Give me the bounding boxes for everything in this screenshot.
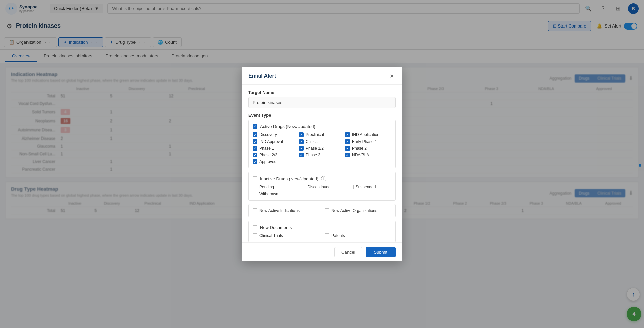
modal-body: Target Name Event Type ✓ Active Drugs (N… (241, 85, 402, 242)
checkbox-phase-1: ✓ Phase 1 (253, 146, 299, 151)
modal-header: Email Alert ✕ (241, 67, 402, 85)
new-documents-grid: Clinical Trials Patents (253, 233, 391, 238)
new-active-organizations-checkbox[interactable] (325, 208, 329, 213)
checkbox-nda-bla: ✓ NDA/BLA (345, 153, 391, 157)
new-active-organizations-item: New Active Organizations (325, 208, 391, 213)
inactive-checkboxes-grid: Pending Discontinued Suspended Withdrawn (253, 185, 391, 196)
cancel-button[interactable]: Cancel (334, 247, 362, 257)
checkbox-ind-application: ✓ IND Application (345, 132, 391, 137)
checkbox-pending: Pending (253, 185, 295, 189)
modal-footer: Cancel Submit (241, 242, 402, 261)
checkbox-preclinical: ✓ Preclinical (299, 132, 345, 137)
checkbox-phase-2: ✓ Phase 2 (345, 146, 391, 151)
new-documents-header: New Documents (253, 225, 391, 230)
inactive-drugs-header: Inactive Drugs (New/Updated) i (253, 176, 391, 181)
checkbox-phase-1-2: ✓ Phase 1/2 (299, 146, 345, 151)
checkbox-clinical: ✓ Clinical (299, 139, 345, 144)
target-name-label: Target Name (248, 90, 396, 95)
active-drugs-checkbox[interactable]: ✓ (253, 124, 257, 129)
new-active-indications-item: New Active Indications (253, 208, 319, 213)
checkbox-suspended: Suspended (349, 185, 391, 189)
new-documents-section: New Documents Clinical Trials Patents (248, 221, 396, 242)
checkbox-withdrawn: Withdrawn (253, 192, 295, 196)
new-active-indications-checkbox[interactable] (253, 208, 257, 213)
new-documents-checkbox[interactable] (253, 225, 257, 230)
modal-close-button[interactable]: ✕ (388, 72, 396, 80)
checkbox-discovery: ✓ Discovery (253, 132, 299, 137)
target-name-input[interactable] (248, 97, 396, 108)
inactive-drugs-section: Inactive Drugs (New/Updated) i Pending D… (248, 172, 396, 201)
email-alert-modal: Email Alert ✕ Target Name Event Type ✓ A… (241, 67, 402, 261)
event-type-label: Event Type (248, 113, 396, 118)
modal-title: Email Alert (248, 73, 276, 79)
checkbox-phase-3: ✓ Phase 3 (299, 153, 345, 157)
checkbox-early-phase-1: ✓ Early Phase 1 (345, 139, 391, 144)
checkbox-ind-approval: ✓ IND Approval (253, 139, 299, 144)
checkbox-discontinued: Discontinued (301, 185, 343, 189)
checkbox-clinical-trials: Clinical Trials (253, 233, 319, 238)
inactive-drugs-checkbox[interactable] (253, 176, 257, 181)
checkbox-phase-2-3: ✓ Phase 2/3 (253, 153, 299, 157)
new-active-section: New Active Indications New Active Organi… (248, 204, 396, 217)
active-checkboxes-grid: ✓ Discovery ✓ Preclinical ✓ IND Applicat… (253, 132, 391, 164)
checkbox-approved: ✓ Approved (253, 159, 299, 164)
active-drugs-header: ✓ Active Drugs (New/Updated) (253, 124, 391, 129)
new-active-grid: New Active Indications New Active Organi… (253, 208, 391, 213)
active-drugs-section: ✓ Active Drugs (New/Updated) ✓ Discovery… (248, 120, 396, 168)
info-icon: i (321, 176, 326, 181)
submit-button[interactable]: Submit (366, 247, 396, 257)
modal-overlay: Email Alert ✕ Target Name Event Type ✓ A… (0, 0, 644, 328)
checkbox-patents: Patents (325, 233, 391, 238)
